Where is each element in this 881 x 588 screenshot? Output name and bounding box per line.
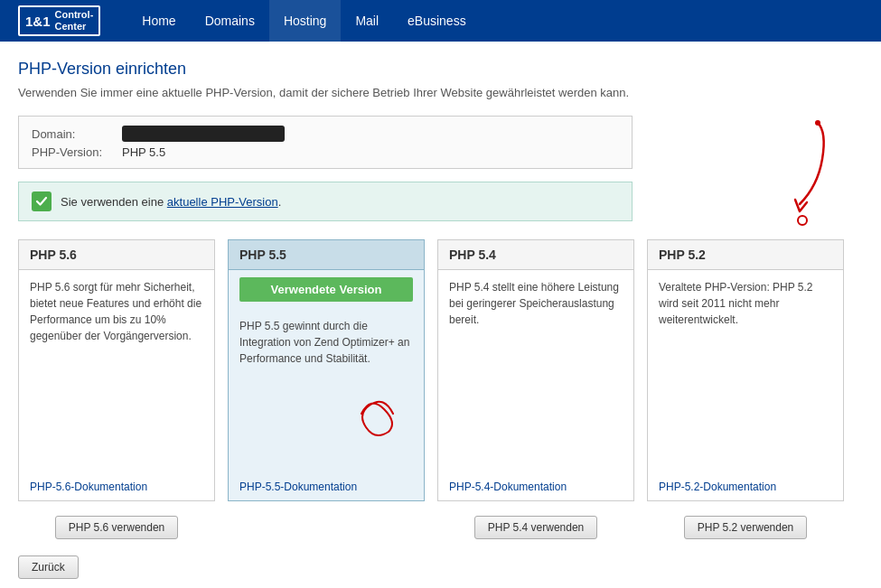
php-version-value: PHP 5.5 — [122, 145, 165, 159]
php-btn-wrapper-php56: PHP 5.6 verwenden — [18, 516, 215, 539]
php-card-php54: PHP 5.4PHP 5.4 stellt eine höhere Leistu… — [437, 239, 634, 501]
logo-text: Control-Center — [55, 9, 94, 33]
main-content: PHP-Version einrichten Verwenden Sie imm… — [0, 42, 881, 588]
php-use-btn-php52[interactable]: PHP 5.2 verwenden — [684, 516, 808, 539]
header: 1&1 Control-Center Home Domains Hosting … — [0, 0, 881, 42]
php-card-title-php56: PHP 5.6 — [19, 240, 214, 270]
php-card-php52: PHP 5.2Veraltete PHP-Version: PHP 5.2 wi… — [647, 239, 844, 501]
php-card-body-php56: PHP 5.6 sorgt für mehr Sicherheit, biete… — [19, 270, 214, 473]
php-btn-wrapper-php54: PHP 5.4 verwenden — [437, 516, 634, 539]
php-doc-link-php52[interactable]: PHP-5.2-Dokumentation — [648, 473, 843, 500]
php-card-php56: PHP 5.6PHP 5.6 sorgt für mehr Sicherheit… — [18, 239, 215, 501]
info-link[interactable]: aktuelle PHP-Version — [167, 195, 278, 209]
php-card-body-php54: PHP 5.4 stellt eine höhere Leistung bei … — [438, 270, 633, 473]
php-version-label: PHP-Version: — [32, 145, 122, 159]
back-button[interactable]: Zurück — [18, 555, 79, 579]
svg-point-0 — [815, 120, 820, 126]
nav-mail[interactable]: Mail — [341, 0, 393, 42]
php-cards: PHP 5.6PHP 5.6 sorgt für mehr Sicherheit… — [18, 239, 863, 501]
logo[interactable]: 1&1 Control-Center — [18, 5, 100, 36]
check-icon — [32, 191, 52, 211]
php-doc-link-php55[interactable]: PHP-5.5-Dokumentation — [229, 473, 424, 500]
nav-hosting[interactable]: Hosting — [269, 0, 341, 42]
buttons-row: PHP 5.6 verwendenPHP 5.4 verwendenPHP 5.… — [18, 516, 863, 539]
php-card-body-php55: PHP 5.5 gewinnt durch die Integration vo… — [229, 309, 424, 473]
domain-info-box: Domain: PHP-Version: PHP 5.5 — [18, 116, 633, 169]
domain-label: Domain: — [32, 127, 122, 141]
php-doc-link-php54[interactable]: PHP-5.4-Dokumentation — [438, 473, 633, 500]
php-use-btn-php56[interactable]: PHP 5.6 verwenden — [55, 516, 179, 539]
php-card-title-php55: PHP 5.5 — [229, 240, 424, 270]
main-nav: Home Domains Hosting Mail eBusiness — [127, 0, 480, 42]
svg-point-1 — [798, 216, 807, 225]
page-subtitle: Verwenden Sie immer eine aktuelle PHP-Ve… — [18, 86, 863, 99]
domain-value — [122, 126, 285, 142]
php-use-btn-php54[interactable]: PHP 5.4 verwenden — [474, 516, 598, 539]
info-message: Sie verwenden eine aktuelle PHP-Version. — [61, 195, 281, 209]
php-card-php55: PHP 5.5Verwendete VersionPHP 5.5 gewinnt… — [228, 239, 425, 501]
php-btn-wrapper-php52: PHP 5.2 verwenden — [647, 516, 844, 539]
page-title: PHP-Version einrichten — [18, 60, 863, 79]
nav-home[interactable]: Home — [127, 0, 190, 42]
annotation-arrow-1 — [745, 114, 854, 234]
nav-ebusiness[interactable]: eBusiness — [393, 0, 481, 42]
php-card-title-php54: PHP 5.4 — [438, 240, 633, 270]
nav-domains[interactable]: Domains — [191, 0, 269, 42]
logo-number: 1&1 — [25, 14, 51, 29]
php-doc-link-php56[interactable]: PHP-5.6-Dokumentation — [19, 473, 214, 500]
info-box: Sie verwenden eine aktuelle PHP-Version. — [18, 182, 633, 221]
active-badge-php55: Verwendete Version — [239, 277, 413, 302]
php-card-title-php52: PHP 5.2 — [648, 240, 843, 270]
php-card-body-php52: Veraltete PHP-Version: PHP 5.2 wird seit… — [648, 270, 843, 473]
